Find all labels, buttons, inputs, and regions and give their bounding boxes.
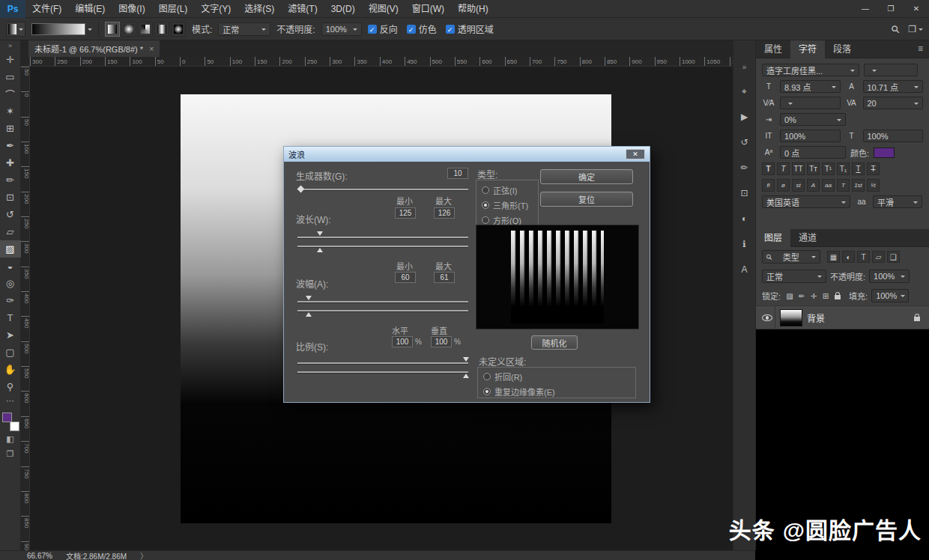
linear-gradient-button[interactable]: [105, 22, 120, 37]
filter-shape-layers-icon[interactable]: ▱: [872, 251, 885, 263]
dialog-close-button[interactable]: ✕: [626, 149, 645, 159]
visibility-toggle[interactable]: [759, 305, 775, 329]
document-tab[interactable]: 未标题-1 @ 66.7%(RGB/8#) * ×: [28, 40, 160, 57]
menu-item[interactable]: 文字(Y): [194, 0, 237, 18]
text-style-button[interactable]: T¹: [822, 162, 835, 175]
workspace-icon[interactable]: ❐: [908, 24, 923, 34]
minimize-button[interactable]: —: [853, 0, 878, 18]
undefined-area-radio[interactable]: 折回(R): [483, 371, 630, 383]
radial-gradient-button[interactable]: [121, 22, 136, 37]
blend-mode-select[interactable]: 正常: [218, 22, 270, 36]
text-style-button[interactable]: Tт: [807, 162, 820, 175]
undefined-area-radio[interactable]: 重复边缘像素(E): [483, 386, 630, 398]
crop-tool[interactable]: ⊞: [0, 120, 21, 137]
filter-pixel-layers-icon[interactable]: ▦: [827, 251, 840, 263]
slider-thumb[interactable]: [306, 296, 312, 303]
opentype-button[interactable]: ½: [867, 179, 880, 192]
menu-item[interactable]: 图层(L): [152, 0, 195, 18]
edit-toolbar-icon[interactable]: ⋯: [6, 395, 14, 407]
menu-item[interactable]: 视图(V): [362, 0, 405, 18]
text-style-button[interactable]: T: [762, 162, 775, 175]
type-tool[interactable]: T: [0, 309, 21, 326]
lock-position-icon[interactable]: ✛: [808, 290, 819, 301]
text-style-button[interactable]: TT: [792, 162, 805, 175]
option-checkbox[interactable]: 反向: [368, 22, 398, 35]
restore-button[interactable]: ❐: [878, 0, 904, 18]
menu-item[interactable]: 文件(F): [25, 0, 68, 18]
text-style-button[interactable]: T₁: [837, 162, 850, 175]
glyphs-panel-icon[interactable]: A: [736, 261, 754, 279]
angle-gradient-button[interactable]: [138, 22, 153, 37]
hand-tool[interactable]: ✋: [0, 361, 21, 378]
zoom-level-field[interactable]: 66.67%: [27, 552, 52, 560]
lock-pixels-icon[interactable]: ✏: [796, 290, 807, 301]
panel-tab[interactable]: 图层: [756, 229, 790, 247]
layer-blend-mode-select[interactable]: 正常: [762, 270, 826, 283]
type-radio[interactable]: 三角形(T): [482, 199, 533, 211]
scale-vertical-field[interactable]: 100: [431, 336, 452, 347]
slider-thumb[interactable]: [297, 186, 305, 193]
font-size-select[interactable]: 8.93 点: [780, 80, 841, 93]
menu-item[interactable]: 窗口(W): [405, 0, 451, 18]
generators-slider[interactable]: [297, 189, 468, 190]
eyedropper-tool[interactable]: ✒: [0, 137, 21, 154]
opentype-button[interactable]: T: [837, 179, 850, 192]
layer-row-background[interactable]: 背景: [756, 305, 929, 329]
lock-transparency-icon[interactable]: ▨: [784, 290, 795, 301]
diamond-gradient-button[interactable]: [171, 22, 186, 37]
rectangular-marquee-tool[interactable]: ▭: [0, 68, 21, 85]
eraser-tool[interactable]: ▱: [0, 223, 21, 240]
wavelength-max-field[interactable]: 126: [434, 207, 455, 219]
panel-tab[interactable]: 字符: [790, 40, 825, 58]
layer-fill-select[interactable]: 100%: [871, 289, 909, 302]
expand-panels-icon[interactable]: »: [742, 63, 747, 73]
reset-button[interactable]: 复位: [540, 192, 633, 207]
gradient-tool[interactable]: ▨: [0, 240, 21, 258]
wavelength-max-slider[interactable]: [297, 246, 468, 247]
kerning-select[interactable]: [780, 97, 841, 109]
pen-tool[interactable]: ✑: [0, 292, 21, 309]
close-button[interactable]: ✕: [904, 0, 929, 18]
menu-item[interactable]: 图像(I): [112, 0, 151, 18]
text-style-button[interactable]: T: [867, 162, 880, 175]
status-options-icon[interactable]: 〉: [140, 550, 148, 560]
opentype-button[interactable]: 1st: [852, 179, 865, 192]
scale-horizontal-field[interactable]: 100: [392, 336, 413, 347]
foreground-color-swatch[interactable]: [2, 413, 12, 422]
clone-stamp-tool[interactable]: ⊡: [0, 189, 21, 206]
info-panel-icon[interactable]: ℹ: [736, 235, 754, 253]
rectangle-tool[interactable]: ▢: [0, 344, 21, 361]
clone-source-panel-icon[interactable]: ⊡: [736, 184, 754, 202]
option-checkbox[interactable]: 仿色: [407, 22, 437, 35]
opentype-button[interactable]: A: [807, 179, 820, 192]
scale-horizontal-slider[interactable]: [297, 362, 468, 364]
quick-selection-tool[interactable]: ✶: [0, 103, 21, 120]
quick-mask-icon[interactable]: ◧: [0, 431, 21, 446]
randomize-button[interactable]: 随机化: [531, 335, 578, 350]
wavelength-min-field[interactable]: 125: [395, 207, 416, 219]
layer-filter-select[interactable]: ⚲ 类型: [762, 250, 820, 264]
layer-thumbnail[interactable]: [780, 309, 802, 326]
text-style-button[interactable]: T: [777, 162, 790, 175]
amplitude-max-slider[interactable]: [297, 310, 468, 311]
panel-tab[interactable]: 段落: [825, 40, 859, 58]
tool-preset-picker[interactable]: [6, 22, 25, 37]
slider-thumb[interactable]: [463, 371, 469, 378]
slider-thumb[interactable]: [317, 231, 323, 239]
top-ruler[interactable]: 3002502001501005005010015020025030035040…: [30, 57, 733, 67]
path-selection-tool[interactable]: ➤: [0, 326, 21, 344]
lock-all-icon[interactable]: [835, 295, 841, 299]
blur-tool[interactable]: ◒: [0, 258, 21, 275]
dialog-title-bar[interactable]: 波浪 ✕: [284, 147, 650, 162]
color-swatches[interactable]: [1, 412, 19, 431]
toolbar-collapse-icon[interactable]: »: [8, 40, 12, 51]
font-family-select[interactable]: 造字工房佳黑...: [762, 64, 859, 76]
history-panel-icon[interactable]: ↺: [736, 133, 754, 151]
tracking-select[interactable]: 20: [863, 97, 924, 109]
slider-thumb[interactable]: [463, 357, 469, 365]
text-style-button[interactable]: T: [852, 162, 865, 175]
filter-smart-objects-icon[interactable]: ❑: [887, 251, 900, 263]
lasso-tool[interactable]: ⌒: [0, 85, 21, 103]
search-icon[interactable]: ⚲: [889, 22, 903, 36]
filter-adjustment-layers-icon[interactable]: ◐: [842, 251, 855, 263]
